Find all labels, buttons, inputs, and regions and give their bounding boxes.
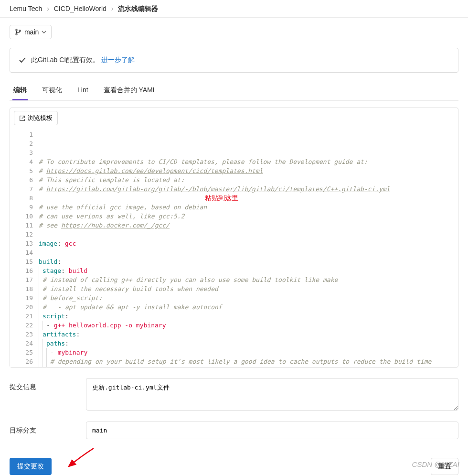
browse-templates-button[interactable]: 浏览模板 — [14, 111, 58, 125]
editor-panel: 浏览模板 12345678910111213141516171819202122… — [10, 108, 458, 368]
tab-lint[interactable]: Lint — [76, 86, 89, 100]
breadcrumb-org[interactable]: Lemu Tech — [10, 5, 42, 12]
target-branch-label: 目标分支 — [10, 422, 86, 439]
chevron-down-icon — [42, 30, 46, 34]
svg-point-1 — [16, 33, 17, 35]
commit-message-label: 提交信息 — [10, 378, 86, 412]
commit-form: 提交信息 目标分支 — [10, 378, 458, 439]
alert-message: 此GitLab CI配置有效。 — [31, 56, 99, 64]
form-footer: 提交更改 重置 — [10, 449, 458, 476]
code-editor[interactable]: 1234567891011121314151617181920212223242… — [10, 128, 458, 367]
tab-visualize[interactable]: 可视化 — [41, 86, 63, 100]
svg-point-2 — [19, 30, 21, 32]
external-link-icon — [19, 115, 25, 121]
breadcrumb: Lemu Tech › CICD_HelloWorld › 流水线编辑器 — [0, 0, 468, 18]
check-icon — [19, 56, 26, 64]
target-branch-input[interactable] — [86, 422, 458, 439]
code-content[interactable]: 粘贴到这里 # To contribute improvements to CI… — [38, 128, 458, 367]
editor-tabs: 编辑 可视化 Lint 查看合并的 YAML — [10, 86, 458, 101]
branch-name: main — [24, 28, 39, 36]
line-gutter: 1234567891011121314151617181920212223242… — [10, 128, 38, 367]
reset-button[interactable]: 重置 — [431, 458, 458, 475]
validation-alert: 此GitLab CI配置有效。 进一步了解 — [10, 48, 458, 73]
branch-icon — [15, 29, 21, 35]
tab-edit[interactable]: 编辑 — [12, 86, 28, 100]
paste-annotation: 粘贴到这里 — [205, 194, 238, 203]
arrow-annotation — [66, 447, 95, 471]
svg-point-0 — [16, 29, 17, 31]
branch-selector[interactable]: main — [10, 25, 52, 39]
breadcrumb-project[interactable]: CICD_HelloWorld — [54, 5, 106, 12]
commit-button[interactable]: 提交更改 — [10, 458, 52, 475]
alert-link[interactable]: 进一步了解 — [101, 56, 135, 64]
commit-message-input[interactable] — [86, 378, 458, 411]
breadcrumb-current: 流水线编辑器 — [118, 5, 158, 12]
tab-merged-yaml[interactable]: 查看合并的 YAML — [103, 86, 158, 100]
